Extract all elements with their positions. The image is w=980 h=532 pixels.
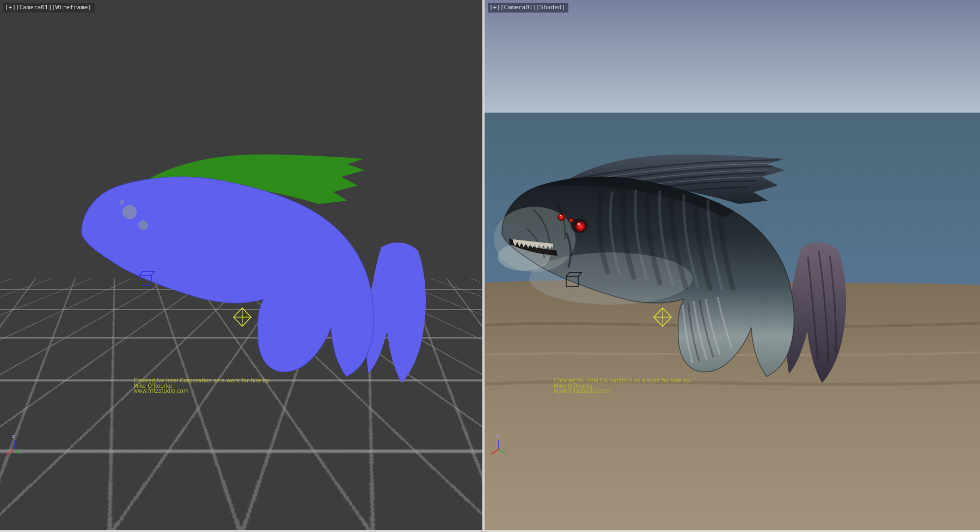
viewport-shading-button[interactable]: [Wireframe]	[52, 4, 91, 11]
wireframe-canvas[interactable]: Created for Intel Corporation as a work …	[0, 0, 482, 530]
viewport-label-shaded: [+][Camera01][Shaded]	[488, 3, 568, 13]
svg-text:www.fritzstudio.com: www.fritzstudio.com	[133, 388, 188, 394]
viewport-pov-button[interactable]: [Camera01]	[500, 4, 536, 11]
axis-x	[7, 449, 14, 454]
fish-eye-spot	[138, 220, 148, 230]
fish-eye-red	[558, 213, 565, 221]
eye-specular	[560, 215, 561, 216]
viewport-shaded[interactable]: [+][Camera01][Shaded]	[485, 0, 980, 530]
sky-background	[485, 0, 980, 114]
dummy-helper[interactable]	[234, 308, 251, 326]
viewport-label-wireframe: [+][Camera01][Wireframe]	[3, 3, 95, 13]
eye-specular	[578, 223, 580, 225]
shaded-canvas[interactable]	[485, 0, 980, 530]
viewport-shading-button[interactable]: [Shaded]	[536, 4, 565, 11]
axis-y	[14, 449, 21, 454]
viewport-menu-button[interactable]: [+]	[5, 4, 16, 11]
viewport-wireframe[interactable]: Created for Intel Corporation as a work …	[0, 0, 482, 530]
world-axis-gizmo: z	[7, 434, 21, 454]
fish-tail-fin[interactable]	[366, 243, 426, 383]
fish-eye-spot	[120, 200, 124, 205]
fish-eye-red	[575, 221, 586, 232]
fish-belly-highlight	[529, 252, 693, 305]
3d-app-viewport-window: Created for Intel Corporation as a work …	[0, 0, 980, 532]
viewport-pov-button[interactable]: [Camera01]	[16, 4, 52, 11]
viewport-menu-button[interactable]: [+]	[489, 4, 500, 11]
fish-eye-spot	[122, 205, 137, 219]
fish-eye-red	[569, 218, 574, 223]
watermark-text: Created for Intel Corporation as a work …	[133, 378, 271, 394]
axis-z-label: z	[12, 434, 15, 439]
fish-model-wireframe[interactable]	[82, 154, 426, 383]
